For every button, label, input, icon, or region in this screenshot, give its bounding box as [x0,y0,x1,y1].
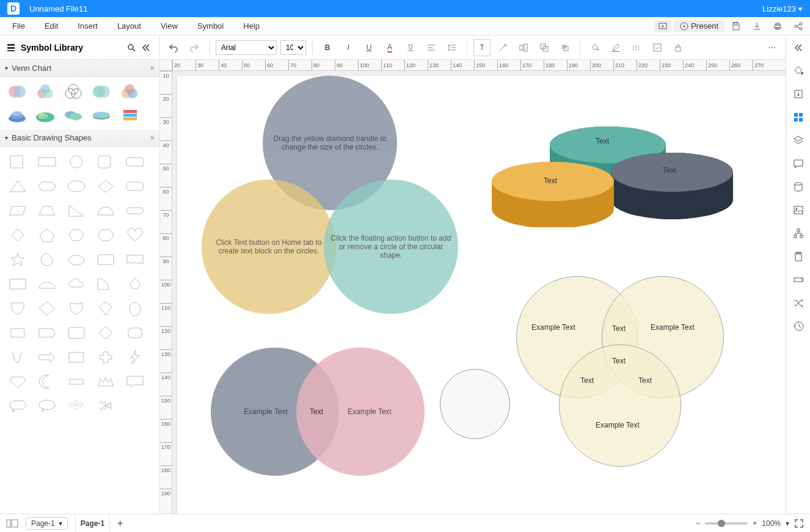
shape-square[interactable] [5,151,31,172]
shape-rectangle[interactable] [34,151,60,172]
shape-speech-oval[interactable] [34,396,60,417]
shape-hexagon-wide[interactable] [34,176,60,197]
line-style-button[interactable] [628,39,645,56]
shape-gem[interactable] [5,371,31,392]
ruler-button[interactable] [790,271,807,288]
shape-crown[interactable] [93,371,119,392]
shape-diamond2[interactable] [34,298,60,319]
shape-label[interactable] [34,322,60,343]
user-menu[interactable]: Lizzie123 ▾ [762,4,803,13]
shape-rhombus[interactable] [5,225,31,246]
shape-bevel-rect[interactable] [93,249,119,270]
zoom-in-button[interactable]: + [753,519,757,528]
shape-octagon[interactable] [93,225,119,246]
canvas-scroll[interactable]: Drag the yellow diamond handle to change… [172,71,786,514]
menu-edit[interactable]: Edit [35,21,68,31]
fill-button[interactable] [586,39,604,56]
venn-circle-teal[interactable]: Click the floating action button to add … [324,180,458,314]
venn-shape-6[interactable] [5,105,29,125]
font-color-button[interactable]: A [381,39,398,56]
layers-button[interactable] [790,132,807,149]
shape-diamond[interactable] [93,176,119,197]
shape-frame[interactable] [64,322,89,343]
shape-card[interactable] [5,274,31,294]
line-spacing-button[interactable] [443,39,461,56]
text-tool-button[interactable]: T [473,39,491,56]
shapes-panel-header[interactable]: ▾ Basic Drawing Shapes × [0,129,159,147]
download-button[interactable] [748,19,766,34]
collapse-sidebar-button[interactable] [139,40,153,55]
align-button[interactable] [423,39,440,56]
print-button[interactable] [768,19,787,34]
sitemap-button[interactable] [790,225,807,242]
shape-arrow[interactable] [34,347,60,368]
shape-rounded-rect[interactable] [122,151,148,172]
single-circle[interactable] [440,369,510,439]
shape-kite[interactable] [93,298,119,319]
zoom-dropdown[interactable]: ▾ [786,519,789,528]
menu-view[interactable]: View [151,21,188,31]
comment-button[interactable] [790,155,807,172]
zoom-out-button[interactable]: − [696,519,700,528]
shape-rounded-rect2[interactable] [122,176,148,197]
font-size-select[interactable]: 10 [280,40,306,55]
shape-shield[interactable] [5,298,31,319]
shape-egg[interactable] [122,298,148,319]
shape-circle[interactable] [64,151,89,172]
shape-trapezoid[interactable] [34,200,60,221]
data-button[interactable] [790,178,807,195]
group-button[interactable] [536,39,553,56]
slideshow-button[interactable] [654,20,671,32]
expand-rail-button[interactable] [790,39,807,56]
close-icon[interactable]: × [150,133,155,142]
present-button[interactable]: Present [674,20,724,32]
venn-shape-2[interactable] [33,82,57,101]
shape-plaque2[interactable] [122,322,148,343]
italic-button[interactable]: I [340,39,357,56]
shape-plaque[interactable] [5,322,31,343]
close-icon[interactable]: × [150,64,155,73]
menu-insert[interactable]: Insert [68,21,108,31]
shape-wave[interactable] [5,347,31,368]
venn-panel-header[interactable]: ▾ Venn Chart × [0,60,159,77]
venn-shape-9[interactable] [89,105,114,125]
venn-shape-10[interactable] [117,105,142,125]
shape-rounded-square[interactable] [93,151,119,172]
venn-shape-4[interactable] [89,82,114,101]
venn-circle-yellow[interactable]: Click Text button on Home tab to create … [202,180,336,314]
underline-button[interactable]: U [360,39,378,56]
shape-speech-rect[interactable] [122,371,148,392]
shape-heart[interactable] [122,225,148,246]
venn-shape-7[interactable] [33,105,57,125]
shape-diamond3[interactable] [93,322,119,343]
shape-right-triangle[interactable] [64,200,89,221]
history-button[interactable] [790,318,807,335]
align-objects-button[interactable] [515,39,532,56]
add-page-button[interactable]: + [117,518,123,529]
venn-shape-5[interactable] [117,82,142,101]
theme-button[interactable] [790,62,807,79]
shape-rect3[interactable] [64,347,89,368]
venn-shape-3[interactable] [61,82,86,101]
venn-shape-8[interactable] [61,105,86,125]
shape-pinwheel[interactable] [93,396,119,417]
cylinder-venn[interactable] [486,111,742,227]
shape-cross[interactable] [93,347,119,368]
shape-moon[interactable] [34,371,60,392]
shape-lightning[interactable] [122,347,148,368]
clipboard-button[interactable] [790,248,807,265]
menu-symbol[interactable]: Symbol [188,21,233,31]
shape-ellipse[interactable] [64,176,89,197]
shape-quarter[interactable] [93,274,119,294]
shape-blob[interactable] [64,249,89,270]
image-button[interactable] [790,202,807,219]
zoom-slider[interactable] [705,522,748,525]
shape-banner[interactable] [122,249,148,270]
export-button[interactable] [790,86,807,103]
menu-help[interactable]: Help [233,21,269,31]
highlight-button[interactable] [402,39,419,56]
shape-hexagon[interactable] [64,225,89,246]
page-surface[interactable]: Drag the yellow diamond handle to change… [177,76,786,514]
more-button[interactable]: ⋯ [764,39,781,56]
shape-teardrop[interactable] [34,249,60,270]
